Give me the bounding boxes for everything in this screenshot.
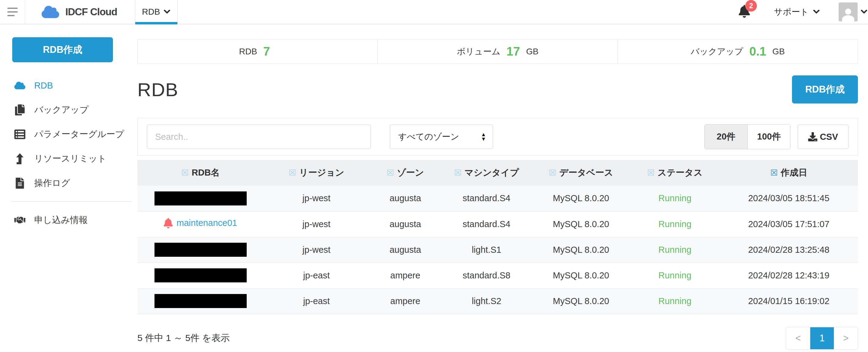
table-row: jp-westaugustalight.S1MySQL 8.0.20Runnin… <box>137 237 858 262</box>
cell-status: Running <box>630 211 720 237</box>
table-row: jp-eastamperelight.S2MySQL 8.0.20Running… <box>137 288 858 314</box>
cell-zone: augusta <box>369 186 441 211</box>
cell-machine-type: standard.S8 <box>441 262 532 288</box>
search-input[interactable] <box>147 125 371 149</box>
redacted-rdb-name[interactable] <box>154 268 247 282</box>
pagination: < 1 > <box>786 327 858 350</box>
brand-logo[interactable]: IDCF Cloud <box>25 0 135 24</box>
service-tab-rdb[interactable]: RDB <box>135 0 178 24</box>
person-icon <box>841 7 856 21</box>
sidebar-item-resource-limit[interactable]: リソースリミット <box>0 147 137 171</box>
cell-created-date: 2024/02/28 12:43:19 <box>720 262 858 288</box>
stat-volume: ボリューム 17 GB <box>377 39 617 64</box>
cloud-icon <box>14 80 26 91</box>
column-header-database[interactable]: ☒データベース <box>532 160 630 186</box>
pagination-prev-button[interactable]: < <box>786 327 810 349</box>
cell-status: Running <box>630 237 720 262</box>
cell-rdb-name <box>137 262 264 288</box>
sidebar: RDB作成 RDB バックアップ パラメーターグループ リソースリミット 操作ロ… <box>0 25 137 350</box>
support-menu[interactable]: サポート <box>774 6 820 18</box>
main-content: RDB 7 ボリューム 17 GB バックアップ 0.1 GB RDB RDB作… <box>137 25 868 350</box>
page-size-100-button[interactable]: 100件 <box>747 125 790 149</box>
csv-label: CSV <box>820 132 838 142</box>
sidebar-item-operation-log[interactable]: 操作ログ <box>0 171 137 195</box>
support-label: サポート <box>774 6 809 18</box>
cell-zone: ampere <box>369 262 441 288</box>
column-header-created[interactable]: ☒作成日 <box>720 160 858 186</box>
cell-machine-type: light.S1 <box>441 237 532 262</box>
rdb-name-link[interactable]: maintenance01 <box>177 218 237 228</box>
pagination-next-button[interactable]: > <box>834 327 858 349</box>
chevron-down-icon <box>813 10 820 14</box>
download-icon <box>808 132 817 141</box>
page-size-20-button[interactable]: 20件 <box>705 125 747 149</box>
stat-value: 0.1 <box>749 44 766 58</box>
menu-toggle-button[interactable] <box>0 0 25 24</box>
cell-rdb-name: maintenance01 <box>137 211 264 237</box>
cell-database: MySQL 8.0.20 <box>532 211 630 237</box>
redacted-rdb-name[interactable] <box>154 243 247 257</box>
status-badge: Running <box>658 296 691 306</box>
stat-unit: GB <box>772 47 785 57</box>
column-header-region[interactable]: ☒リージョン <box>264 160 369 186</box>
cell-region: jp-east <box>264 288 369 314</box>
cell-created-date: 2024/02/28 13:25:48 <box>720 237 858 262</box>
handshake-icon <box>14 215 26 226</box>
column-header-machine-type[interactable]: ☒マシンタイプ <box>441 160 532 186</box>
column-header-status[interactable]: ☒ステータス <box>630 160 720 186</box>
level-up-icon <box>14 153 26 164</box>
csv-download-button[interactable]: CSV <box>798 125 848 149</box>
status-badge: Running <box>658 219 691 229</box>
cell-database: MySQL 8.0.20 <box>532 186 630 211</box>
cell-status: Running <box>630 262 720 288</box>
sidebar-item-label: バックアップ <box>34 104 89 116</box>
filter-bar: すべてのゾーン ▲▼ 20件 100件 CSV <box>137 118 858 156</box>
zone-select-value: すべてのゾーン <box>398 131 459 142</box>
sidebar-item-rdb[interactable]: RDB <box>0 73 137 98</box>
sort-icon: ☒ <box>386 168 394 178</box>
sidebar-item-label: リソースリミット <box>34 153 106 165</box>
create-rdb-button[interactable]: RDB作成 <box>792 75 858 103</box>
notifications-button[interactable]: 2 <box>739 5 750 19</box>
page-title: RDB <box>137 79 178 100</box>
cell-status: Running <box>630 186 720 211</box>
cloud-logo-icon <box>40 5 60 19</box>
column-header-rdb-name[interactable]: ☒RDB名 <box>137 160 264 186</box>
cell-region: jp-east <box>264 262 369 288</box>
top-bar-right: 2 サポート <box>739 0 868 24</box>
zone-select[interactable]: すべてのゾーン ▲▼ <box>390 125 493 149</box>
sidebar-item-parameter-groups[interactable]: パラメーターグループ <box>0 122 137 147</box>
sort-icon: ☒ <box>289 168 296 178</box>
user-avatar[interactable] <box>839 2 858 21</box>
rdb-table: ☒RDB名 ☒リージョン ☒ゾーン ☒マシンタイプ ☒データベース ☒ステータス… <box>137 160 858 314</box>
cell-database: MySQL 8.0.20 <box>532 288 630 314</box>
column-header-zone[interactable]: ☒ゾーン <box>369 160 441 186</box>
status-badge: Running <box>658 193 691 203</box>
status-badge: Running <box>658 270 691 280</box>
cell-created-date: 2024/01/15 16:19:02 <box>720 288 858 314</box>
stat-label: ボリューム <box>457 46 500 57</box>
sidebar-item-subscription-info[interactable]: 申し込み情報 <box>0 208 137 232</box>
copy-icon <box>14 104 26 116</box>
cell-database: MySQL 8.0.20 <box>532 237 630 262</box>
cell-created-date: 2024/03/05 17:51:07 <box>720 211 858 237</box>
chevron-down-icon[interactable] <box>861 10 867 14</box>
stat-unit: GB <box>526 47 538 57</box>
table-row: maintenance01jp-westaugustastandard.S4My… <box>137 211 858 237</box>
table-row: jp-westaugustastandard.S4MySQL 8.0.20Run… <box>137 186 858 211</box>
sidebar-item-backup[interactable]: バックアップ <box>0 98 137 122</box>
pagination-page-1-button[interactable]: 1 <box>810 327 834 349</box>
sidebar-item-label: パラメーターグループ <box>34 128 124 140</box>
cell-zone: ampere <box>369 288 441 314</box>
sort-icon: ☒ <box>454 168 461 178</box>
sidebar-create-rdb-button[interactable]: RDB作成 <box>12 37 113 62</box>
cell-database: MySQL 8.0.20 <box>532 262 630 288</box>
table-header-row: ☒RDB名 ☒リージョン ☒ゾーン ☒マシンタイプ ☒データベース ☒ステータス… <box>137 160 858 186</box>
page-size-group: 20件 100件 <box>704 124 790 149</box>
redacted-rdb-name[interactable] <box>154 191 247 205</box>
cell-rdb-name <box>137 237 264 262</box>
cell-machine-type: light.S2 <box>441 288 532 314</box>
sidebar-item-label: 申し込み情報 <box>34 214 88 226</box>
cell-region: jp-west <box>264 186 369 211</box>
redacted-rdb-name[interactable] <box>154 294 247 308</box>
